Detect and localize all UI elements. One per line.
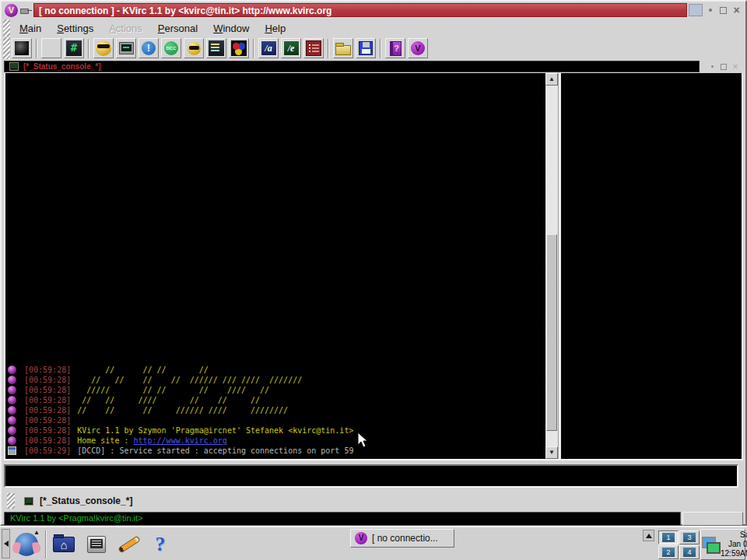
terminal-launcher-button[interactable] <box>82 530 110 558</box>
sticky-pin-icon[interactable] <box>19 4 32 16</box>
mdi-title-strip[interactable]: [*_Status_console_*] <box>4 61 700 72</box>
kvirc-app-icon[interactable]: V <box>5 4 18 17</box>
clock-applet[interactable]: Sat Jan 01 12:59AM <box>700 529 745 560</box>
away-button[interactable] <box>93 38 114 58</box>
clock-time: 12:59AM <box>721 549 747 558</box>
konsole-icon <box>87 536 106 553</box>
event-editor-button[interactable]: /e <box>281 38 301 58</box>
k-menu-button[interactable]: ▲ <box>12 530 40 558</box>
message-input[interactable] <box>4 464 738 488</box>
window-list-label: [*_Status_console_*] <box>40 495 132 506</box>
clock-text: Sat Jan 01 12:59AM <box>721 530 747 558</box>
mdi-minimize-button[interactable] <box>707 62 717 72</box>
menu-help[interactable]: Help <box>257 20 293 37</box>
panel-hide-up-button[interactable] <box>643 530 654 541</box>
windowlist-drag-handle[interactable] <box>7 493 15 509</box>
menu-up-arrow-icon: ▲ <box>33 529 40 536</box>
menubar-drag-handle[interactable] <box>3 19 10 37</box>
panel-hide-left-button[interactable] <box>2 529 10 558</box>
timestamp: [00:59:28] <box>24 426 71 435</box>
toolbar: # ! DCC /a /e ? V <box>12 37 744 59</box>
console-text: ///// // // // //// // <box>77 386 269 394</box>
timestamp: [00:59:28] <box>24 396 71 404</box>
console-line: [00:59:29] [DCCD] : Service started : ac… <box>8 446 545 456</box>
sphere-icon <box>8 366 16 374</box>
new-console-button[interactable] <box>12 38 32 58</box>
menu-window[interactable]: Window <box>205 20 257 37</box>
terminal-button[interactable] <box>116 38 136 58</box>
timestamp: [00:59:29] <box>24 446 71 455</box>
smiley-button[interactable] <box>184 38 204 58</box>
clock-date: Jan 01 <box>721 540 747 549</box>
menu-main[interactable]: Main <box>12 20 49 37</box>
menu-personal[interactable]: Personal <box>150 20 205 37</box>
console-text: // // // ////// //// //////// <box>77 406 288 415</box>
console-window-icon <box>24 497 33 506</box>
event-icon: /e <box>283 40 300 56</box>
open-button[interactable] <box>333 38 353 58</box>
help-book-icon: ? <box>390 41 402 56</box>
kvirc-v-icon: V <box>411 41 425 55</box>
blank-button[interactable] <box>41 38 61 58</box>
home-folder-icon: ⌂ <box>53 537 75 552</box>
help-button[interactable]: ? <box>385 38 405 58</box>
maximize-button[interactable] <box>717 5 729 16</box>
socket-list-button[interactable] <box>206 38 226 58</box>
timestamp: [00:59:28] <box>24 376 71 384</box>
alias-editor-button[interactable]: /a <box>258 38 279 58</box>
close-button[interactable]: × <box>731 5 742 16</box>
mdi-maximize-button[interactable] <box>719 62 728 72</box>
taskbar-item-kvirc[interactable]: V [ no connectio... <box>350 529 454 548</box>
sphere-icon <box>8 426 16 435</box>
scroll-down-button[interactable]: ▼ <box>545 446 558 459</box>
registered-users-button[interactable] <box>303 38 324 58</box>
timestamp: [00:59:28] <box>24 386 71 394</box>
console-text: // // // // <box>77 366 209 374</box>
kvirc-home-link[interactable]: http://www.kvirc.org <box>133 436 226 445</box>
dcc-icon: DCC <box>164 41 178 55</box>
colors-button[interactable] <box>229 38 249 58</box>
toolbar-separator <box>380 39 381 58</box>
window-title: [ no connection ] - KVirc 1.1 by <kvirc@… <box>33 3 687 17</box>
console-line: [00:59:28] // // // ////// //// //////// <box>8 405 545 415</box>
dcc-button[interactable]: DCC <box>161 38 181 58</box>
info-exclamation-icon: ! <box>142 41 156 55</box>
smiley-sunglasses-icon <box>188 42 201 55</box>
toolbar-drag-handle[interactable] <box>3 37 10 59</box>
mdi-close-button[interactable]: × <box>731 62 740 72</box>
console-text: KVirc 1.1 by Szymon 'Pragma@ircnet' Stef… <box>77 426 353 435</box>
sphere-icon <box>8 376 16 384</box>
smiley-sunglasses-icon <box>96 40 111 56</box>
console-line: [00:59:28] KVirc 1.1 by Szymon 'Pragma@i… <box>8 425 545 436</box>
pager-desktop-3[interactable]: 3 <box>679 530 700 544</box>
scrollbar-thumb[interactable] <box>546 234 557 431</box>
console-line: [00:59:28] // // //// // // // <box>8 395 545 405</box>
user-list-pane[interactable] <box>561 73 743 459</box>
status-message: KVirc 1.1 by <Pragma!kvirc@tin.it> <box>4 512 681 526</box>
menu-settings[interactable]: Settings <box>49 20 101 37</box>
kvirc-main-window: V [ no connection ] - KVirc 1.1 by <kvir… <box>0 0 747 526</box>
console-text: Home site : <box>77 436 133 445</box>
pager-label: 1 <box>662 533 675 542</box>
pager-desktop-1[interactable]: 1 <box>658 530 679 544</box>
console-scrollbar[interactable]: ▲ ▼ <box>545 73 558 459</box>
window-list-item-status-console[interactable]: [*_Status_console_*] <box>21 495 135 507</box>
pager-desktop-2[interactable]: 2 <box>658 545 679 559</box>
about-kvirc-button[interactable]: V <box>408 38 428 58</box>
sphere-icon <box>8 406 16 415</box>
help-launcher-button[interactable]: ? <box>146 530 174 558</box>
menubar: Main Settings Actions Personal Window He… <box>12 19 744 37</box>
channels-list-button[interactable]: # <box>64 38 84 58</box>
console-text-view[interactable]: [00:59:28] // // // // [00:59:28] // // … <box>4 73 545 459</box>
mouse-cursor <box>357 432 370 452</box>
home-folder-button[interactable]: ⌂ <box>50 530 78 558</box>
up-arrow-icon <box>646 534 652 538</box>
save-button[interactable] <box>356 38 376 58</box>
server-info-button[interactable]: ! <box>139 38 159 58</box>
minimize-button[interactable] <box>704 5 716 16</box>
scroll-up-button[interactable]: ▲ <box>545 73 558 86</box>
timestamp: [00:59:28] <box>24 366 71 374</box>
desktop-pager: 1 3 2 4 <box>658 530 700 559</box>
pager-desktop-4[interactable]: 4 <box>679 545 700 559</box>
editor-launcher-button[interactable] <box>115 530 143 558</box>
